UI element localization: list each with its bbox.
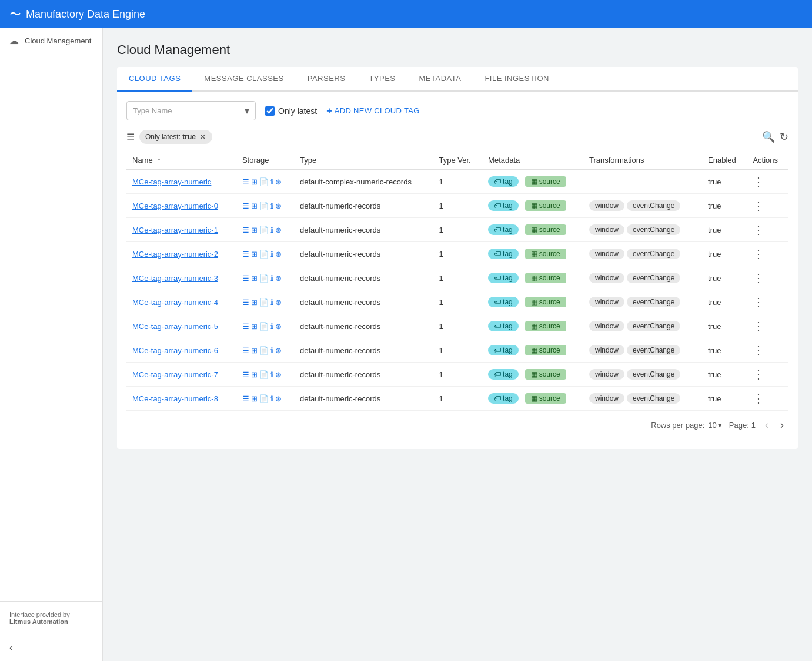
cell-transformations-7: windoweventChange: [583, 338, 702, 363]
table-row: MCe-tag-array-numeric-2 ☰ ⊞ 📄 ℹ ⊛ defaul…: [126, 242, 788, 266]
row-actions-menu-button[interactable]: ⋮: [753, 320, 765, 333]
app-logo: 〜 Manufactory Data Engine: [9, 6, 145, 22]
tag-name-link[interactable]: MCe-tag-array-numeric-0: [132, 202, 218, 210]
tab-parsers[interactable]: PARSERS: [296, 67, 357, 92]
row-actions-menu-button[interactable]: ⋮: [753, 223, 765, 236]
tab-cloud-tags[interactable]: CLOUD TAGS: [117, 67, 192, 92]
storage-grid-icon: ⊞: [251, 298, 258, 307]
page-value: 1: [751, 421, 756, 430]
cell-transformations-8: windoweventChange: [583, 363, 702, 387]
metadata-tag-badge: 🏷 tag: [488, 249, 519, 259]
cell-enabled-3: true: [702, 242, 747, 266]
cell-actions-0: ⋮: [747, 170, 788, 194]
only-latest-checkbox[interactable]: [265, 106, 275, 116]
tag-name-link[interactable]: MCe-tag-array-numeric-3: [132, 274, 218, 283]
metadata-source-badge: ▦ source: [525, 200, 566, 211]
storage-doc-icon: 📄: [259, 346, 269, 355]
row-actions-menu-button[interactable]: ⋮: [753, 199, 765, 212]
metadata-source-badge: ▦ source: [525, 224, 566, 235]
storage-grid-icon: ⊞: [251, 394, 258, 403]
cell-enabled-5: true: [702, 290, 747, 314]
storage-info-icon: ℹ: [270, 346, 273, 355]
rows-per-page-select[interactable]: 10 ▾: [708, 421, 721, 430]
row-actions-menu-button[interactable]: ⋮: [753, 392, 765, 405]
tag-name-link[interactable]: MCe-tag-array-numeric-7: [132, 370, 218, 379]
tag-name-link[interactable]: MCe-tag-array-numeric-2: [132, 250, 218, 259]
storage-info-icon: ℹ: [270, 177, 273, 186]
storage-stack-icon: ☰: [242, 346, 249, 355]
rows-per-page-value: 10: [708, 421, 716, 430]
transform-chip: eventChange: [627, 321, 680, 331]
source-icon: ▦: [531, 346, 537, 354]
storage-grid-icon: ⊞: [251, 274, 258, 283]
chip-close-button[interactable]: ✕: [199, 132, 206, 142]
row-actions-menu-button[interactable]: ⋮: [753, 175, 765, 188]
cell-actions-8: ⋮: [747, 363, 788, 387]
row-actions-menu-button[interactable]: ⋮: [753, 296, 765, 308]
cell-enabled-4: true: [702, 266, 747, 290]
tag-name-link[interactable]: MCe-tag-array-numeric-4: [132, 298, 218, 307]
sidebar-item-cloud-management[interactable]: ☁ Cloud Management: [0, 28, 102, 53]
transform-chip: eventChange: [627, 345, 680, 355]
storage-stack-icon: ☰: [242, 202, 249, 210]
tab-types[interactable]: TYPES: [357, 67, 407, 92]
table-row: MCe-tag-array-numeric-3 ☰ ⊞ 📄 ℹ ⊛ defaul…: [126, 266, 788, 290]
tab-metadata[interactable]: METADATA: [407, 67, 473, 92]
storage-doc-icon: 📄: [259, 226, 269, 234]
cell-type-ver-6: 1: [433, 314, 483, 338]
tag-name-link[interactable]: MCe-tag-array-numeric: [132, 177, 211, 186]
search-icon[interactable]: 🔍: [762, 130, 775, 143]
prev-page-button[interactable]: ‹: [763, 418, 771, 432]
cell-type-7: default-numeric-records: [294, 338, 433, 363]
cell-name-2: MCe-tag-array-numeric-1: [126, 218, 236, 242]
row-actions-menu-button[interactable]: ⋮: [753, 271, 765, 284]
cell-type-6: default-numeric-records: [294, 314, 433, 338]
sidebar-item-label: Cloud Management: [25, 36, 91, 45]
storage-doc-icon: 📄: [259, 250, 269, 259]
storage-stack-icon: ☰: [242, 322, 249, 331]
row-actions-menu-button[interactable]: ⋮: [753, 344, 765, 357]
storage-info-icon: ℹ: [270, 370, 273, 379]
cell-transformations-1: windoweventChange: [583, 194, 702, 218]
storage-grid-icon: ⊞: [251, 250, 258, 259]
cell-type-ver-0: 1: [433, 170, 483, 194]
next-page-button[interactable]: ›: [778, 418, 786, 432]
storage-doc-icon: 📄: [259, 370, 269, 379]
cell-name-3: MCe-tag-array-numeric-2: [126, 242, 236, 266]
metadata-source-badge: ▦ source: [525, 345, 566, 355]
metadata-source-badge: ▦ source: [525, 321, 566, 331]
row-actions-menu-button[interactable]: ⋮: [753, 247, 765, 260]
cell-metadata-5: 🏷 tag ▦ source: [482, 290, 583, 314]
row-actions-menu-button[interactable]: ⋮: [753, 368, 765, 381]
tag-icon: 🏷: [494, 226, 501, 234]
tag-name-link[interactable]: MCe-tag-array-numeric-8: [132, 394, 218, 403]
source-icon: ▦: [531, 226, 537, 234]
storage-stack-icon: ☰: [242, 250, 249, 259]
metadata-source-badge: ▦ source: [525, 273, 566, 283]
storage-grid-icon: ⊞: [251, 370, 258, 379]
filter-chip-only-latest: Only latest: true ✕: [139, 130, 212, 144]
storage-circle-icon: ⊛: [275, 394, 282, 403]
metadata-source-badge: ▦ source: [525, 297, 566, 307]
sidebar-collapse-button[interactable]: ‹: [0, 635, 102, 661]
cell-storage-2: ☰ ⊞ 📄 ℹ ⊛: [236, 218, 294, 242]
table-body: MCe-tag-array-numeric ☰ ⊞ 📄 ℹ ⊛ default-…: [126, 170, 788, 411]
tag-name-link[interactable]: MCe-tag-array-numeric-1: [132, 226, 218, 234]
rows-per-page-label: Rows per page:: [651, 421, 704, 430]
only-latest-label: Only latest: [278, 106, 317, 116]
app-title: Manufactory Data Engine: [26, 8, 145, 21]
only-latest-filter: Only latest: [265, 106, 317, 116]
storage-grid-icon: ⊞: [251, 346, 258, 355]
add-cloud-tag-button[interactable]: + ADD NEW CLOUD TAG: [326, 106, 419, 116]
refresh-icon[interactable]: ↻: [780, 130, 788, 143]
cell-storage-6: ☰ ⊞ 📄 ℹ ⊛: [236, 314, 294, 338]
metadata-tag-badge: 🏷 tag: [488, 200, 519, 211]
tag-name-link[interactable]: MCe-tag-array-numeric-5: [132, 322, 218, 331]
col-type: Type: [294, 151, 433, 170]
tab-message-classes[interactable]: MESSAGE CLASSES: [192, 67, 295, 92]
sidebar-footer-line2: Litmus Automation: [9, 618, 93, 625]
tab-file-ingestion[interactable]: FILE INGESTION: [473, 67, 561, 92]
type-name-select[interactable]: Type Name ▾: [126, 101, 256, 120]
tag-name-link[interactable]: MCe-tag-array-numeric-6: [132, 346, 218, 355]
cell-metadata-0: 🏷 tag ▦ source: [482, 170, 583, 194]
